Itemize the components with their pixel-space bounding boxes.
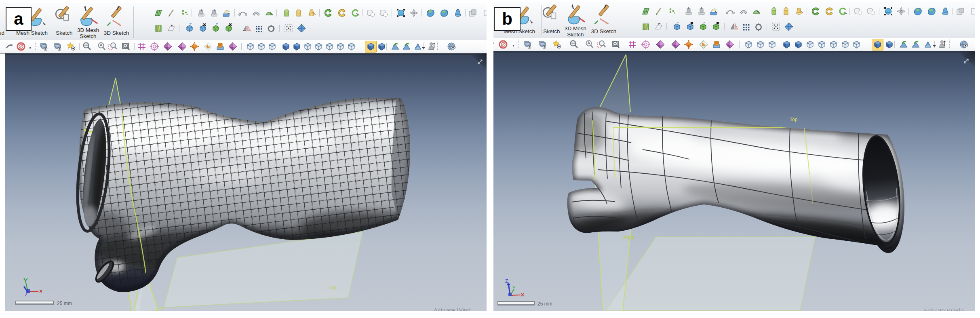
svg-text:Activate Wind: Activate Wind xyxy=(434,307,471,311)
svg-text:Y: Y xyxy=(512,285,516,290)
svg-text:25 mm: 25 mm xyxy=(57,301,72,306)
svg-text:Top: Top xyxy=(329,285,337,291)
svg-text:25 mm: 25 mm xyxy=(537,301,552,307)
svg-text:Z: Z xyxy=(505,278,508,284)
svg-text:Activate Windo: Activate Windo xyxy=(923,307,964,311)
svg-text:Right: Right xyxy=(623,235,635,240)
svg-text:Top: Top xyxy=(790,117,798,122)
